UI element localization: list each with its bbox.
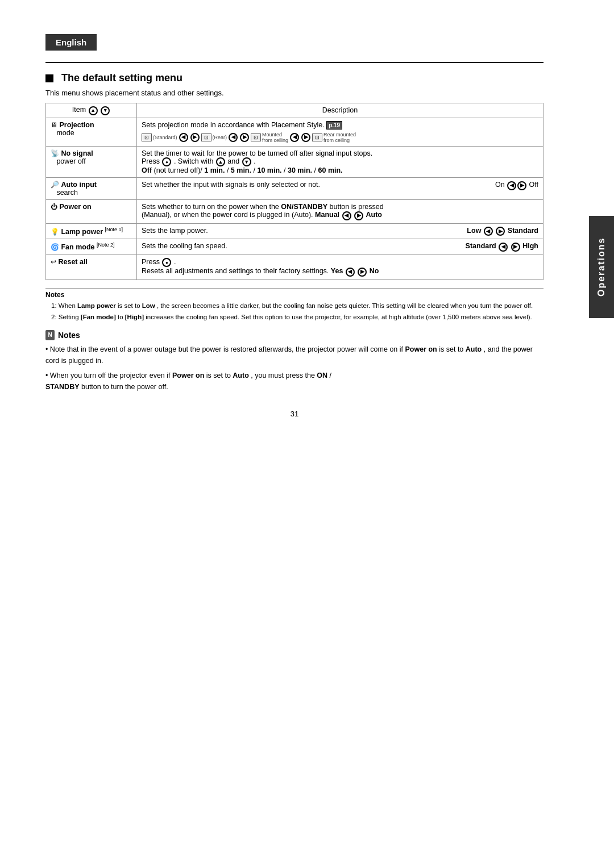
projection-icons: ⊡ (Standard) ◀ ▶ ⊡ (Rear) ◀ ▶ ⊡ Mountedf…	[142, 132, 538, 143]
notes-box: N Notes • Note that in the event of a po…	[45, 330, 544, 393]
no-bold: No	[370, 267, 379, 275]
down-btn: ▼	[242, 157, 251, 166]
footnote-1: 1: When Lamp power is set to Low , the s…	[51, 301, 544, 311]
left-btn: ◀	[179, 133, 188, 142]
proj-rear-ceiling-icon: ⊡	[312, 133, 322, 141]
table-row: 🖥 Projection mode Sets projection mode i…	[46, 118, 544, 146]
power-on-bold: Power on	[405, 345, 437, 353]
desc-sep3: /	[284, 166, 285, 174]
desc-line1: Set the timer to wait for the power to b…	[142, 149, 372, 157]
right-c: ▶	[354, 211, 363, 220]
left-circle: ◀	[507, 181, 516, 190]
proj-standard-icon: ⊡	[142, 133, 152, 141]
desc-sep4: /	[314, 166, 316, 174]
right-circle: ▶	[517, 181, 526, 190]
section-title: The default setting menu	[45, 72, 544, 84]
desc-cell: Sets projection mode in accordance with …	[137, 118, 544, 146]
col-item-header: Item ▲ ▼	[46, 103, 137, 118]
power-on-bold2: Power on	[172, 372, 204, 379]
desc-cell: Sets the lamp power. Low ◀ ▶ Standard	[137, 223, 544, 239]
right-text: On ◀▶ Off	[495, 181, 538, 190]
desc-sep1: /	[227, 166, 229, 174]
fn2-high: [High]	[125, 314, 144, 320]
item-name: Reset all	[58, 258, 87, 266]
section-divider	[45, 62, 544, 63]
standard-bold: Standard	[508, 227, 538, 235]
fn1-lamp: Lamp power	[77, 302, 116, 309]
item-cell: 🔎 Auto input search	[46, 178, 137, 200]
standby-bold: STANDBY	[45, 383, 80, 391]
sidebar-operations: Operations	[589, 216, 614, 318]
item-sub: search	[51, 189, 78, 197]
fn2-num: 2: Setting	[51, 314, 81, 320]
desc-dot: .	[174, 258, 176, 266]
table-row: 🌀 Fan mode [Note 2] Sets the cooling fan…	[46, 239, 544, 255]
mounted-label: Mountedfrom ceiling	[262, 132, 288, 143]
title-square-icon	[45, 74, 53, 82]
left-c: ◀	[342, 211, 351, 220]
item-name: Fan mode	[61, 243, 94, 251]
fn1-low: Low	[142, 302, 155, 309]
proj-rear-icon: ⊡	[201, 133, 211, 141]
item-cell: 🖥 Projection mode	[46, 118, 137, 146]
notes-item-1: • Note that in the event of a power outa…	[45, 344, 544, 366]
power-icon: ⏻	[51, 203, 57, 211]
section-title-text: The default setting menu	[61, 72, 182, 84]
desc-60min: 60 min.	[318, 166, 343, 174]
fn1-text: is set to	[118, 302, 142, 309]
right-btn2: ▶	[240, 133, 249, 142]
auto-bold2: Auto	[466, 345, 482, 353]
manual-bold: Manual	[315, 211, 339, 219]
high-bold: High	[522, 242, 538, 250]
left-btn3: ◀	[290, 133, 299, 142]
notes-item-2d: /	[330, 372, 331, 379]
footnotes-list: 1: When Lamp power is set to Low , the s…	[45, 301, 544, 323]
up-btn: ▲	[216, 157, 225, 166]
enter-btn: ●	[162, 157, 171, 166]
desc-line2c: .	[254, 157, 255, 165]
item-name: Projection	[59, 121, 94, 129]
item-cell: ⏻ Power on	[46, 200, 137, 224]
right-text: Low ◀ ▶ Standard	[467, 227, 538, 236]
desc-sep2: /	[253, 166, 255, 174]
settings-table: Item ▲ ▼ Description 🖥 Projection mode	[45, 103, 544, 280]
lamp-icon: 💡	[51, 228, 59, 236]
standard-bold: Standard	[466, 242, 496, 250]
proj-ceiling-icon: ⊡	[251, 133, 261, 141]
item-sub: mode	[51, 129, 74, 137]
table-row: ↩ Reset all Press ● . Resets all adjustm…	[46, 254, 544, 279]
table-row: ⏻ Power on Sets whether to turn on the p…	[46, 200, 544, 224]
desc-line2b: . Switch with	[174, 157, 215, 165]
notes-box-title-text: Notes	[58, 331, 80, 340]
desc-30min: 30 min.	[288, 166, 312, 174]
notes-box-content: • Note that in the event of a power outa…	[45, 344, 544, 393]
no-signal-icon: 📡	[51, 149, 59, 157]
note2-sup: [Note 2]	[97, 242, 115, 248]
desc-line2: (Manual), or when the power cord is plug…	[142, 211, 315, 219]
right-text: Standard ◀ ▶ High	[466, 242, 538, 252]
desc-10min: 10 min.	[257, 166, 281, 174]
item-name: Auto input	[61, 181, 96, 189]
right-c: ▶	[358, 268, 367, 277]
desc-line2: Press	[142, 157, 161, 165]
left-c: ◀	[484, 227, 493, 236]
desc-5min: 5 min.	[231, 166, 251, 174]
fn2-fanmode: [Fan mode]	[81, 314, 116, 320]
desc-text: Set whether the input with signals is on…	[142, 181, 320, 189]
notes-item-2e: button to turn the power off.	[81, 383, 168, 391]
col-desc-header: Description	[137, 103, 544, 118]
desc-cell: Set whether the input with signals is on…	[137, 178, 544, 200]
item-cell: 💡 Lamp power [Note 1]	[46, 223, 137, 239]
page-number: 31	[45, 410, 544, 418]
content-area: English The default setting menu This me…	[0, 0, 589, 452]
sidebar-label: Operations	[596, 237, 607, 297]
desc-cell: Set the timer to wait for the power to b…	[137, 146, 544, 178]
fn2-to: to	[118, 314, 125, 320]
notes-box-title-row: N Notes	[45, 330, 544, 340]
on-standby-bold: ON/STANDBY	[281, 203, 327, 211]
bullet2: • When you turn off the projector even i…	[45, 372, 172, 379]
auto-input-icon: 🔎	[51, 181, 59, 189]
notes-item-2c: , you must press the	[251, 372, 317, 379]
item-cell: ↩ Reset all	[46, 254, 137, 279]
item-name: Lamp power	[61, 228, 103, 236]
